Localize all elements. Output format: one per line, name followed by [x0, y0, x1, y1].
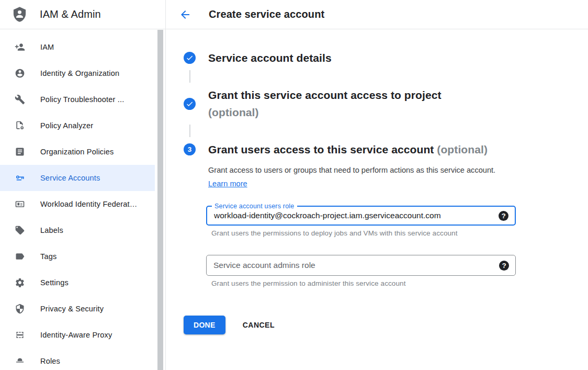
- arrow-back-icon: [179, 8, 191, 21]
- users-role-helper-text: Grant users the permissions to deploy jo…: [211, 229, 516, 237]
- help-icon[interactable]: ?: [499, 261, 509, 271]
- sidebar-item-roles[interactable]: Roles: [0, 348, 155, 370]
- step-1-title-text: Service account details: [208, 52, 332, 64]
- page-title: Create service account: [209, 8, 324, 20]
- main-content: Create service account Service account d…: [166, 0, 588, 370]
- step-2-grant-access-to-project[interactable]: Grant this service account access to pro…: [184, 86, 575, 121]
- step-connector: [189, 70, 190, 83]
- app-window: IAM & Admin IAM Identity & Organization …: [0, 0, 588, 370]
- step-3-title-text: Grant users access to this service accou…: [208, 143, 434, 155]
- wizard-actions: DONE CANCEL: [184, 316, 575, 334]
- sidebar-item-label: Organization Policies: [40, 148, 114, 156]
- sidebar-header: IAM & Admin: [0, 0, 165, 29]
- gear-icon: [15, 277, 25, 288]
- step-3-description-text: Grant access to users or groups that nee…: [208, 166, 495, 174]
- cancel-button[interactable]: CANCEL: [243, 321, 275, 329]
- step-3-description: Grant access to users or groups that nee…: [208, 164, 499, 190]
- step-2-title-text: Grant this service account access to pro…: [208, 89, 442, 101]
- tag-icon: [15, 251, 25, 262]
- sidebar-item-label: Identity & Organization: [40, 69, 119, 77]
- wrench-icon: [15, 94, 25, 105]
- admins-role-field: ?: [206, 255, 516, 276]
- sidebar-item-workload-identity-federation[interactable]: Workload Identity Federat…: [0, 191, 155, 217]
- person-add-icon: [15, 42, 25, 52]
- sidebar-item-label: Policy Analyzer: [40, 121, 93, 130]
- admins-role-input[interactable]: [207, 255, 515, 275]
- step-3-fields: Service account users role ? Grant users…: [206, 206, 516, 287]
- sidebar-item-service-accounts[interactable]: Service Accounts: [0, 165, 155, 191]
- identity-aware-proxy-icon: [15, 330, 25, 340]
- check-icon: [184, 98, 196, 110]
- sidebar-item-organization-policies[interactable]: Organization Policies: [0, 139, 155, 165]
- sidebar-item-label: Workload Identity Federat…: [40, 200, 137, 208]
- step-3-grant-users-access: 3 Grant users access to this service acc…: [184, 141, 575, 158]
- sidebar-item-label: Settings: [40, 278, 69, 287]
- sidebar-item-label: Service Accounts: [40, 174, 100, 182]
- organization-policies-icon: [15, 147, 25, 157]
- shield-icon: [15, 304, 25, 314]
- learn-more-link[interactable]: Learn more: [208, 180, 247, 188]
- sidebar: IAM & Admin IAM Identity & Organization …: [0, 0, 166, 370]
- sidebar-item-label: Tags: [40, 252, 56, 261]
- sidebar-item-privacy-security[interactable]: Privacy & Security: [0, 296, 155, 322]
- product-title: IAM & Admin: [40, 8, 101, 20]
- users-role-field-label: Service account users role: [212, 202, 297, 211]
- sidebar-item-label: Labels: [40, 226, 63, 234]
- step-3-number-badge: 3: [184, 143, 196, 155]
- label-icon: [15, 225, 25, 236]
- sidebar-item-iam[interactable]: IAM: [0, 34, 155, 60]
- sidebar-item-label: Privacy & Security: [40, 305, 104, 313]
- step-3-title: Grant users access to this service accou…: [208, 141, 488, 158]
- users-role-field: Service account users role ?: [206, 206, 516, 226]
- step-connector: [189, 125, 190, 137]
- sidebar-item-settings[interactable]: Settings: [0, 270, 155, 296]
- sidebar-item-labels[interactable]: Labels: [0, 217, 155, 243]
- step-1-title: Service account details: [208, 49, 332, 66]
- sidebar-item-label: IAM: [40, 43, 54, 51]
- sidebar-item-identity-organization[interactable]: Identity & Organization: [0, 60, 155, 86]
- sidebar-item-label: Policy Troubleshooter ...: [40, 95, 125, 104]
- sidebar-item-policy-analyzer[interactable]: Policy Analyzer: [0, 113, 155, 139]
- sidebar-scrollbar[interactable]: [157, 30, 163, 370]
- wizard: Service account details Grant this servi…: [166, 29, 588, 334]
- policy-analyzer-icon: [15, 120, 25, 131]
- back-button[interactable]: [179, 8, 191, 21]
- step-3-optional-text: (optional): [437, 143, 488, 155]
- sidebar-nav: IAM Identity & Organization Policy Troub…: [0, 29, 165, 370]
- account-circle-icon: [15, 68, 25, 79]
- sidebar-item-label: Roles: [40, 357, 60, 365]
- done-button[interactable]: DONE: [184, 316, 225, 334]
- check-icon: [184, 52, 196, 64]
- step-2-optional-text: (optional): [208, 104, 442, 121]
- sidebar-item-identity-aware-proxy[interactable]: Identity-Aware Proxy: [0, 322, 155, 348]
- shield-person-icon: [11, 6, 28, 23]
- step-2-title: Grant this service account access to pro…: [208, 86, 442, 121]
- service-accounts-icon: [15, 173, 25, 183]
- sidebar-item-policy-troubleshooter[interactable]: Policy Troubleshooter ...: [0, 86, 155, 113]
- sidebar-item-tags[interactable]: Tags: [0, 243, 155, 270]
- sidebar-item-label: Identity-Aware Proxy: [40, 331, 112, 339]
- topbar: Create service account: [166, 0, 588, 29]
- workload-identity-icon: [15, 199, 25, 209]
- roles-hat-icon: [15, 356, 25, 366]
- help-icon[interactable]: ?: [499, 211, 508, 221]
- step-1-service-account-details[interactable]: Service account details: [184, 49, 575, 66]
- admins-role-helper-text: Grant users the permission to administer…: [211, 279, 516, 287]
